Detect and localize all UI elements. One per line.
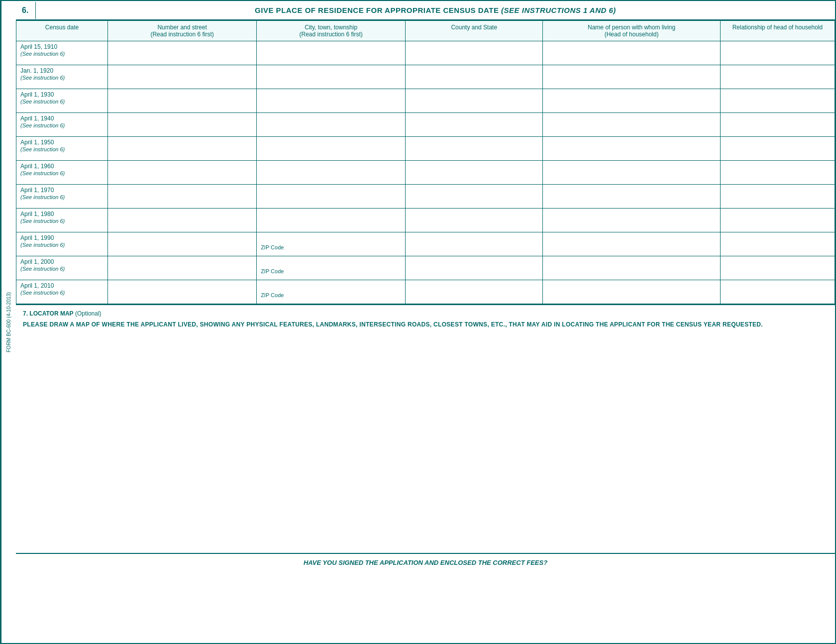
table-row: Jan. 1, 1920(See instruction 6) [16,65,835,89]
table-row: April 1, 1990(See instruction 6)ZIP Code [16,232,835,256]
table-cell-city[interactable] [257,209,406,232]
table-row: April 1, 1950(See instruction 6) [16,137,835,161]
table-cell-relationship[interactable] [720,161,835,185]
table-cell-county[interactable] [406,161,543,185]
table-cell-city[interactable] [257,65,406,89]
table-cell-city[interactable]: ZIP Code [257,256,406,280]
table-cell-person[interactable] [543,65,721,89]
table-cell-person[interactable] [543,209,721,232]
table-cell-county[interactable] [406,256,543,280]
table-cell-date: April 1, 1970(See instruction 6) [16,185,108,209]
table-row: April 1, 1970(See instruction 6) [16,185,835,209]
table-cell-street[interactable] [108,113,257,137]
table-cell-county[interactable] [406,65,543,89]
section7-header: 7. LOCATOR MAP (Optional) [23,310,828,317]
table-cell-street[interactable] [108,280,257,304]
form-page: FORM BC-600 (4-10-2013) 6. GIVE PLACE OF… [0,0,836,644]
table-cell-city[interactable] [257,41,406,65]
table-cell-relationship[interactable] [720,185,835,209]
table-row: April 1, 2010(See instruction 6)ZIP Code [16,280,835,304]
table-cell-date: April 1, 1940(See instruction 6) [16,113,108,137]
table-cell-relationship[interactable] [720,256,835,280]
table-cell-person[interactable] [543,161,721,185]
table-cell-street[interactable] [108,185,257,209]
table-cell-person[interactable] [543,280,721,304]
section6-header: 6. GIVE PLACE OF RESIDENCE FOR APPROPRIA… [16,1,835,20]
table-cell-county[interactable] [406,41,543,65]
table-cell-relationship[interactable] [720,232,835,256]
table-cell-street[interactable] [108,137,257,161]
table-cell-person[interactable] [543,89,721,113]
table-row: April 1, 1940(See instruction 6) [16,113,835,137]
table-cell-county[interactable] [406,137,543,161]
locator-map-area [23,329,828,548]
section6-title: GIVE PLACE OF RESIDENCE FOR APPROPRIATE … [36,1,835,19]
table-cell-date: April 1, 2000(See instruction 6) [16,256,108,280]
table-cell-date: April 1, 1930(See instruction 6) [16,89,108,113]
table-cell-date: April 1, 2010(See instruction 6) [16,280,108,304]
table-cell-person[interactable] [543,41,721,65]
table-cell-date: April 1, 1980(See instruction 6) [16,209,108,232]
table-cell-county[interactable] [406,113,543,137]
table-row: April 15, 1910(See instruction 6) [16,41,835,65]
col-header-city: City, town, township (Read instruction 6… [257,21,406,41]
table-cell-relationship[interactable] [720,89,835,113]
table-cell-city[interactable]: ZIP Code [257,232,406,256]
table-cell-city[interactable] [257,89,406,113]
table-cell-person[interactable] [543,137,721,161]
table-cell-street[interactable] [108,256,257,280]
section7-body: PLEASE DRAW A MAP OF WHERE THE APPLICANT… [23,320,828,329]
table-cell-relationship[interactable] [720,113,835,137]
table-cell-city[interactable]: ZIP Code [257,280,406,304]
table-cell-date: April 1, 1990(See instruction 6) [16,232,108,256]
section7: 7. LOCATOR MAP (Optional) PLEASE DRAW A … [16,304,835,553]
col-header-person: Name of person with whom living (Head of… [543,21,721,41]
table-cell-county[interactable] [406,89,543,113]
table-cell-county[interactable] [406,185,543,209]
table-cell-person[interactable] [543,256,721,280]
table-row: April 1, 1960(See instruction 6) [16,161,835,185]
table-cell-person[interactable] [543,232,721,256]
table-cell-date: Jan. 1, 1920(See instruction 6) [16,65,108,89]
census-table: Census date Number and street (Read inst… [16,20,835,304]
table-cell-date: April 1, 1950(See instruction 6) [16,137,108,161]
table-cell-person[interactable] [543,113,721,137]
table-cell-street[interactable] [108,89,257,113]
table-cell-relationship[interactable] [720,41,835,65]
section6-number: 6. [16,2,36,19]
table-header-row: Census date Number and street (Read inst… [16,21,835,41]
footer: HAVE YOU SIGNED THE APPLICATION AND ENCL… [16,553,835,571]
table-cell-relationship[interactable] [720,280,835,304]
table-cell-city[interactable] [257,137,406,161]
col-header-county: County and State [406,21,543,41]
table-row: April 1, 1930(See instruction 6) [16,89,835,113]
table-cell-county[interactable] [406,209,543,232]
table-cell-street[interactable] [108,232,257,256]
col-header-relationship: Relationship of head of household [720,21,835,41]
table-cell-street[interactable] [108,41,257,65]
table-cell-city[interactable] [257,185,406,209]
table-cell-city[interactable] [257,113,406,137]
table-cell-street[interactable] [108,65,257,89]
table-cell-date: April 1, 1960(See instruction 6) [16,161,108,185]
form-label: FORM BC-600 (4-10-2013) [1,1,16,643]
col-header-street: Number and street (Read instruction 6 fi… [108,21,257,41]
table-cell-relationship[interactable] [720,65,835,89]
table-cell-date: April 15, 1910(See instruction 6) [16,41,108,65]
table-row: April 1, 1980(See instruction 6) [16,209,835,232]
table-cell-county[interactable] [406,232,543,256]
table-row: April 1, 2000(See instruction 6)ZIP Code [16,256,835,280]
table-cell-relationship[interactable] [720,209,835,232]
col-header-date: Census date [16,21,108,41]
table-cell-city[interactable] [257,161,406,185]
table-cell-street[interactable] [108,209,257,232]
table-cell-street[interactable] [108,161,257,185]
table-cell-relationship[interactable] [720,137,835,161]
table-cell-county[interactable] [406,280,543,304]
table-cell-person[interactable] [543,185,721,209]
